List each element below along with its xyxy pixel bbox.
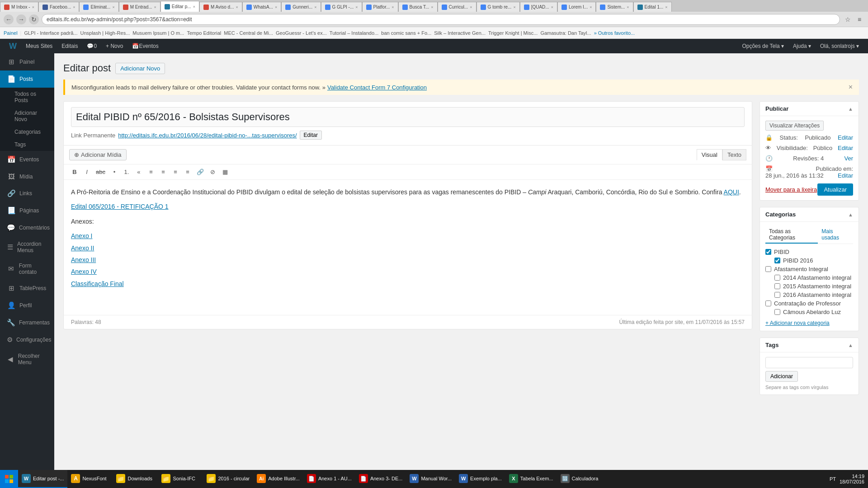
- browser-tab[interactable]: [QUAD...×: [520, 2, 557, 12]
- tab-close-button[interactable]: ×: [112, 5, 114, 9]
- bold-button[interactable]: B: [69, 167, 80, 177]
- bookmark-gamasutra[interactable]: Gamasutra: Dan Tayl...: [540, 30, 591, 36]
- meus-sites-item[interactable]: Meus Sites: [21, 39, 57, 53]
- bookmark-button[interactable]: ☆: [843, 14, 853, 24]
- taskbar-item-soniaifc[interactable]: 📁 Sonia-IFC: [158, 470, 203, 487]
- tab-visual[interactable]: Visual: [697, 149, 722, 160]
- sidebar-item-perfil[interactable]: 👤 Perfil: [0, 297, 54, 314]
- refresh-button[interactable]: ↻: [29, 14, 39, 24]
- cat-checkbox-camous[interactable]: [774, 309, 780, 315]
- align-left-button[interactable]: ≡: [146, 167, 156, 177]
- tab-text[interactable]: Texto: [722, 149, 746, 160]
- sidebar-subitem-add[interactable]: Adicionar Novo: [0, 107, 54, 126]
- cat-tab-all[interactable]: Todas as Categorias: [765, 226, 818, 244]
- view-changes-button[interactable]: Visualizar Alterações: [765, 121, 824, 131]
- unlink-button[interactable]: ⊘: [208, 167, 218, 177]
- browser-tab[interactable]: M Inbox -×: [0, 2, 38, 12]
- tab-close-button[interactable]: ×: [551, 5, 553, 9]
- sidebar-item-comentarios[interactable]: 💬 Comentários: [0, 219, 54, 236]
- align-center-button[interactable]: ≡: [158, 167, 169, 177]
- categories-box-header[interactable]: Categorias ▲: [760, 207, 859, 222]
- user-greeting[interactable]: Olá, sonlatrojs ▾: [816, 39, 863, 53]
- eventos-item[interactable]: 📅 Eventos: [127, 39, 163, 53]
- align-justify-button[interactable]: ≡: [182, 167, 193, 177]
- novo-item[interactable]: + Novo: [101, 39, 127, 53]
- published-edit-link[interactable]: Editar: [838, 172, 853, 179]
- tab-close-button[interactable]: ×: [627, 5, 629, 9]
- taskbar-item-nexusfont[interactable]: A NexusFont: [67, 470, 113, 487]
- sidebar-item-accordion[interactable]: ☰ Accordion Menus: [0, 236, 54, 258]
- cat-checkbox-pibid[interactable]: [765, 249, 771, 255]
- browser-tab[interactable]: Platfor...×: [362, 2, 398, 12]
- browser-tab[interactable]: G GLPI -...×: [321, 2, 362, 12]
- browser-tab[interactable]: M Aviso d...×: [199, 2, 242, 12]
- taskbar-item-tabela[interactable]: X Tabela Exem...: [505, 470, 557, 487]
- sidebar-item-tablepress[interactable]: ⊞ TablePress: [0, 280, 54, 297]
- editor-link-retificacao[interactable]: Edital 065/2016 - RETIFICAÇÃO 1: [71, 202, 745, 211]
- add-new-button[interactable]: Adicionar Novo: [115, 63, 165, 74]
- bookmark-ban[interactable]: ban comic sans + Fo...: [381, 30, 431, 36]
- tab-close-button[interactable]: ×: [314, 5, 316, 9]
- move-trash-link[interactable]: Mover para a lixeira: [765, 186, 817, 193]
- taskbar-item-exemplo[interactable]: W Exemplo pla...: [455, 470, 505, 487]
- sidebar-item-configuracoes[interactable]: ⚙ Configurações: [0, 331, 54, 348]
- sidebar-item-midia[interactable]: 🖼 Mídia: [0, 168, 54, 185]
- italic-button[interactable]: I: [81, 167, 92, 177]
- bookmark-tutorial[interactable]: Tutorial – Instalando...: [330, 30, 378, 36]
- browser-tab[interactable]: WhatsA...×: [242, 2, 282, 12]
- bookmark-apps[interactable]: Painel: [4, 30, 18, 36]
- browser-tab[interactable]: G tomb re...×: [476, 2, 520, 12]
- sidebar-item-ferramentas[interactable]: 🔧 Ferramentas: [0, 314, 54, 331]
- tab-close-button[interactable]: ×: [513, 5, 515, 9]
- bookmark-unsplash[interactable]: Unsplash | High-Res...: [80, 30, 130, 36]
- strikethrough-button[interactable]: abc: [94, 167, 108, 177]
- editor-body[interactable]: A Pró-Reitoria de Ensino e a Coordenação…: [64, 180, 752, 315]
- sidebar-item-links[interactable]: 🔗 Links: [0, 185, 54, 202]
- cat-checkbox-afastamento[interactable]: [765, 266, 771, 272]
- start-button[interactable]: [0, 470, 18, 487]
- taskbar-item-illustrator[interactable]: Ai Adobe Illustr...: [253, 470, 303, 487]
- bookmark-tempo[interactable]: Tempo Editorial: [187, 30, 221, 36]
- add-category-link[interactable]: + Adicionar nova categoria: [765, 320, 853, 326]
- tags-add-button[interactable]: Adicionar: [765, 371, 798, 382]
- cat-tab-used[interactable]: Mais usadas: [818, 226, 853, 244]
- tags-box-header[interactable]: Tags ▲: [760, 338, 859, 352]
- bookmark-geoguessr[interactable]: GeoGuessr - Let's ex...: [276, 30, 327, 36]
- tab-close-button[interactable]: ×: [392, 5, 394, 9]
- forward-button[interactable]: →: [16, 14, 26, 24]
- tags-input[interactable]: [765, 357, 853, 368]
- cat-checkbox-2016[interactable]: [774, 292, 780, 298]
- screen-options-btn[interactable]: Opções de Tela ▾: [737, 39, 788, 53]
- sidebar-subitem-categorias[interactable]: Categorias: [0, 126, 54, 138]
- browser-tab[interactable]: Edital 1...×: [633, 2, 672, 12]
- revisions-link[interactable]: Ver: [844, 155, 853, 162]
- ajuda-btn[interactable]: Ajuda ▾: [788, 39, 816, 53]
- browser-tab[interactable]: Faceboo...×: [38, 2, 80, 12]
- post-title-input[interactable]: [71, 107, 745, 127]
- browser-tab[interactable]: Eliminat...×: [79, 2, 118, 12]
- taskbar-item-downloads[interactable]: 📁 Downloads: [113, 470, 158, 487]
- sidebar-subitem-todos[interactable]: Todos os Posts: [0, 88, 54, 107]
- cat-checkbox-2014[interactable]: [774, 275, 780, 281]
- alert-link[interactable]: Validate Contact Form 7 Configuration: [327, 84, 427, 91]
- cat-checkbox-2015[interactable]: [774, 283, 780, 289]
- bookmark-trigger[interactable]: Trigger Knight | Misc...: [488, 30, 538, 36]
- link-button[interactable]: 🔗: [194, 167, 206, 177]
- browser-tab[interactable]: M Entrad...×: [119, 2, 160, 12]
- sidebar-item-eventos[interactable]: 📅 Eventos: [0, 151, 54, 168]
- sidebar-item-recolher[interactable]: ◀ Recolher Menu: [0, 348, 54, 370]
- editor-link-classificacao[interactable]: Classificação Final: [71, 279, 745, 289]
- status-edit-link[interactable]: Editar: [838, 134, 853, 141]
- ul-button[interactable]: •: [109, 167, 120, 177]
- tab-close-button[interactable]: ×: [193, 5, 195, 9]
- tab-close-button[interactable]: ×: [154, 5, 156, 9]
- editor-link-anexo2[interactable]: Anexo II: [71, 243, 745, 253]
- update-button[interactable]: Atualizar: [817, 183, 853, 196]
- tab-close-button[interactable]: ×: [275, 5, 277, 9]
- browser-tab[interactable]: Editar p...×: [160, 1, 199, 12]
- bookmark-mec[interactable]: MEC - Central de Mi...: [224, 30, 273, 36]
- taskbar-item-calculadora[interactable]: 🔢 Calculadora: [557, 470, 602, 487]
- editor-link-aqui[interactable]: AQUI: [724, 188, 739, 196]
- sidebar-item-posts[interactable]: 📄 Posts: [0, 70, 54, 88]
- ol-button[interactable]: 1.: [121, 167, 132, 177]
